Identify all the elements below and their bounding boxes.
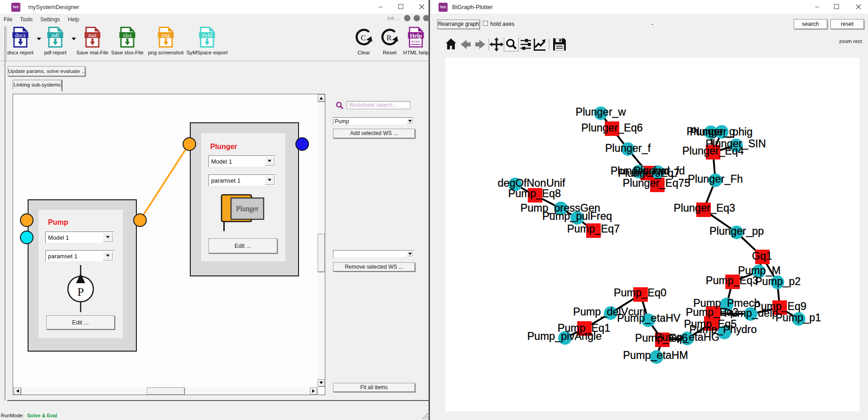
svg-text:png: png bbox=[162, 32, 170, 39]
svg-text:Pump_Eq2: Pump_Eq2 bbox=[686, 306, 738, 318]
svg-text:Pump_Eq8: Pump_Eq8 bbox=[508, 188, 561, 199]
svg-text:Plunger_Eq4: Plunger_Eq4 bbox=[682, 145, 744, 157]
svg-text:mat: mat bbox=[88, 32, 97, 39]
svg-text:Pump_etaHM: Pump_etaHM bbox=[623, 349, 688, 361]
svg-text:Pump_p2: Pump_p2 bbox=[755, 275, 801, 287]
svg-text:docx: docx bbox=[15, 32, 25, 39]
svg-text:Plunger_w: Plunger_w bbox=[575, 106, 626, 118]
svg-text:Plunger_f: Plunger_f bbox=[605, 142, 651, 154]
svg-text:Plunger_phig: Plunger_phig bbox=[690, 126, 753, 138]
svg-text:pdf: pdf bbox=[52, 32, 59, 39]
svg-text:Pump_Phydro: Pump_Phydro bbox=[690, 323, 757, 335]
svg-text:Plunger_Eq75: Plunger_Eq75 bbox=[623, 177, 690, 189]
svg-text:Plunger_Eq3: Plunger_Eq3 bbox=[674, 202, 735, 214]
svg-text:HTML: HTML bbox=[411, 40, 420, 43]
svg-text:xlsx: xlsx bbox=[123, 32, 132, 39]
svg-text:Pump_Eq7: Pump_Eq7 bbox=[567, 223, 620, 235]
svg-text:Help: Help bbox=[410, 32, 422, 39]
svg-text:Pump_pivAngle: Pump_pivAngle bbox=[527, 330, 602, 342]
svg-text:Pump_p1: Pump_p1 bbox=[776, 312, 821, 323]
svg-text:Plunger: Plunger bbox=[236, 205, 259, 213]
svg-text:Plunger_Fh: Plunger_Fh bbox=[688, 173, 743, 185]
svg-text:P: P bbox=[77, 285, 84, 299]
svg-text:Pump_etaHV: Pump_etaHV bbox=[617, 312, 680, 324]
svg-text:Gq1: Gq1 bbox=[752, 250, 772, 262]
svg-text:Plunger_pp: Plunger_pp bbox=[709, 225, 764, 237]
svg-text:SyM: SyM bbox=[202, 32, 212, 39]
svg-text:Plunger_Eq6: Plunger_Eq6 bbox=[581, 122, 643, 134]
svg-text:Pump_pulFreq: Pump_pulFreq bbox=[542, 210, 612, 222]
svg-text:Pump_Eq0: Pump_Eq0 bbox=[614, 287, 666, 299]
svg-text:Pump_Eq3: Pump_Eq3 bbox=[706, 275, 758, 286]
svg-text:R: R bbox=[386, 34, 392, 42]
svg-text:C: C bbox=[361, 34, 366, 42]
